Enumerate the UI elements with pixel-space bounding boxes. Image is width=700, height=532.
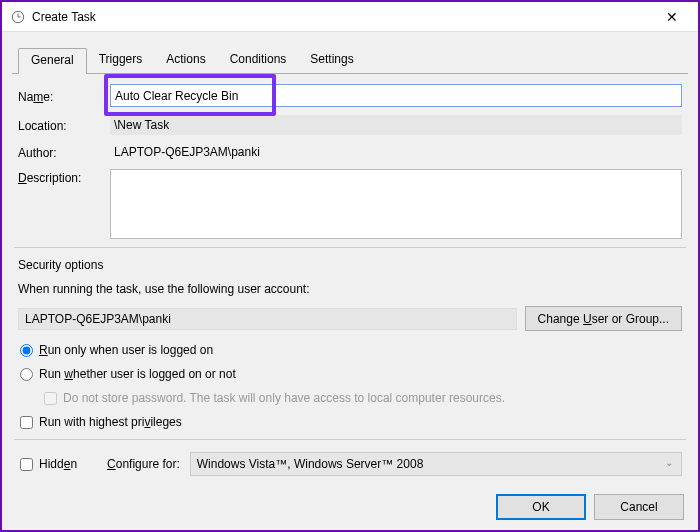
description-input[interactable]	[110, 169, 682, 239]
window-title: Create Task	[32, 10, 650, 24]
hidden-input[interactable]	[20, 458, 33, 471]
security-options-group: Security options When running the task, …	[18, 258, 682, 429]
highest-privileges-input[interactable]	[20, 416, 33, 429]
cancel-button[interactable]: Cancel	[594, 494, 684, 520]
tab-actions[interactable]: Actions	[154, 48, 217, 73]
tab-strip: General Triggers Actions Conditions Sett…	[12, 48, 688, 74]
name-input[interactable]	[110, 84, 682, 107]
highest-privileges-checkbox[interactable]: Run with highest privileges	[18, 415, 682, 429]
chevron-down-icon: ⌄	[665, 457, 673, 468]
tab-triggers[interactable]: Triggers	[87, 48, 155, 73]
ok-button[interactable]: OK	[496, 494, 586, 520]
do-not-store-input	[44, 392, 57, 405]
hidden-checkbox[interactable]: Hidden	[18, 457, 77, 471]
title-bar: Create Task ✕	[2, 2, 698, 32]
name-label: Name:	[18, 88, 110, 104]
location-value: \New Task	[110, 115, 682, 135]
run-logged-on-radio[interactable]: Run only when user is logged on	[18, 343, 682, 357]
when-running-label: When running the task, use the following…	[18, 282, 682, 296]
author-value: LAPTOP-Q6EJP3AM\panki	[110, 143, 682, 161]
tab-general[interactable]: General	[18, 48, 87, 74]
description-label: Description:	[18, 169, 110, 185]
tab-panel-general: Name: Location: \New Task Author: LAPTOP…	[12, 74, 688, 482]
app-icon	[10, 9, 26, 25]
configure-for-value: Windows Vista™, Windows Server™ 2008	[197, 457, 424, 471]
close-button[interactable]: ✕	[650, 3, 694, 31]
tab-conditions[interactable]: Conditions	[218, 48, 299, 73]
run-whether-radio[interactable]: Run whether user is logged on or not	[18, 367, 682, 381]
change-user-button[interactable]: Change User or Group...	[525, 306, 682, 331]
author-label: Author:	[18, 144, 110, 160]
user-account-display: LAPTOP-Q6EJP3AM\panki	[18, 308, 517, 330]
security-options-label: Security options	[18, 258, 682, 272]
run-logged-on-input[interactable]	[20, 344, 33, 357]
configure-for-combo[interactable]: Windows Vista™, Windows Server™ 2008 ⌄	[190, 452, 682, 476]
tab-settings[interactable]: Settings	[298, 48, 365, 73]
configure-for-label: Configure for:	[107, 457, 180, 471]
dialog-footer: OK Cancel	[488, 494, 684, 520]
do-not-store-checkbox: Do not store password. The task will onl…	[42, 391, 682, 405]
run-whether-input[interactable]	[20, 368, 33, 381]
location-label: Location:	[18, 117, 110, 133]
